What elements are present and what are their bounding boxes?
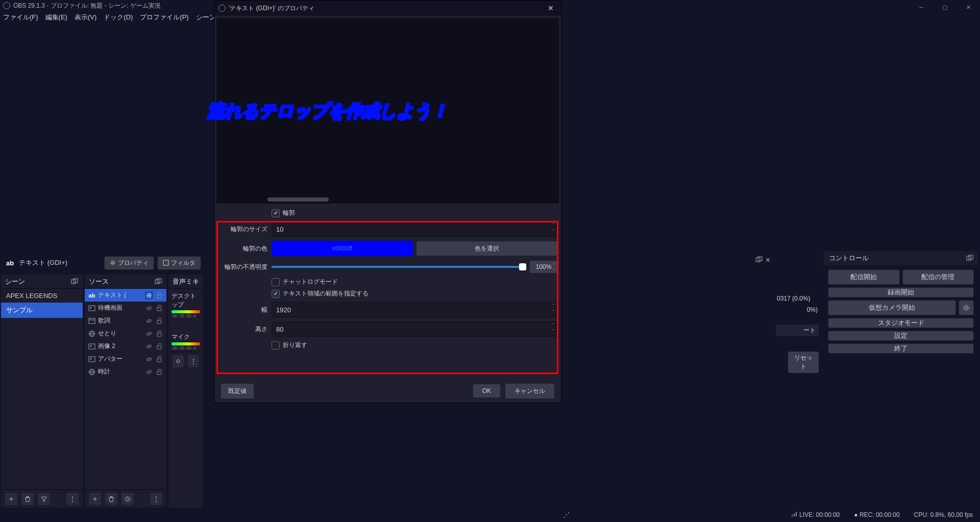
menu-dock[interactable]: ドック(D) [104,13,133,22]
popout-icon[interactable] [966,254,974,262]
width-label: 幅 [217,306,267,314]
scene-filter-button[interactable] [38,493,50,505]
delete-scene-button[interactable] [21,493,34,505]
pick-color-button[interactable]: 色を選択 [416,241,558,256]
source-row[interactable]: アバター [85,353,166,365]
source-row[interactable]: abテキスト ( [85,289,166,302]
gear-icon [175,358,182,365]
reset-button[interactable]: リセット [788,352,819,373]
popout-icon[interactable] [70,278,79,286]
spin-down-icon[interactable]: ⌄ [552,327,555,331]
studio-mode-button[interactable]: スタジオモード [828,318,974,328]
extents-checkbox[interactable]: ✓ [272,290,280,298]
lock-toggle[interactable] [155,304,163,312]
statusbar: ⋰ LIVE: 00:00:00 ● REC: 00:00:00 CPU: 0.… [0,508,980,522]
sources-title: ソース [89,277,109,286]
svg-point-43 [965,306,968,309]
source-row[interactable]: 画像 2 [85,340,166,353]
delete-source-button[interactable] [105,493,117,505]
menu-view[interactable]: 表示(V) [75,13,96,22]
add-source-button[interactable]: ＋ [89,493,101,505]
wrap-checkbox[interactable] [272,341,280,350]
resize-grip-icon[interactable]: ⋰ [564,511,570,518]
source-row[interactable]: 歌詞 [85,314,166,327]
mixer-settings-button[interactable] [173,355,184,367]
lock-toggle[interactable] [155,291,163,300]
visibility-toggle[interactable] [145,304,153,312]
lock-toggle[interactable] [155,355,163,363]
chatlog-checkbox[interactable] [272,278,280,286]
start-virtualcam-button[interactable]: 仮想カメラ開始 [828,300,956,315]
add-scene-button[interactable]: ＋ [5,493,17,505]
visibility-toggle[interactable] [145,355,153,363]
outline-size-input[interactable]: 10 ⌃⌄ [272,221,558,237]
spin-down-icon[interactable]: ⌄ [552,227,555,231]
close-dock-icon[interactable]: ✕ [765,256,771,264]
slider-thumb[interactable] [519,263,526,270]
svg-rect-35 [157,371,161,375]
start-streaming-button[interactable]: 配信開始 [828,269,900,285]
lock-toggle[interactable] [155,342,163,351]
manage-stream-button[interactable]: 配信の管理 [902,269,974,285]
source-properties-button[interactable] [121,493,134,505]
menu-profile[interactable]: プロファイル(P) [140,13,188,22]
obs-logo-icon [3,2,10,9]
outline-opacity-value[interactable]: 100% ⌃⌄ [529,260,558,274]
properties-button[interactable]: プロパティ [104,256,154,270]
scenes-title: シーン [5,277,25,286]
cancel-button[interactable]: キャンセル [505,383,555,399]
scene-item[interactable]: サンプル [1,303,83,318]
visibility-toggle[interactable] [145,342,153,351]
transitions-fragment: 0317 (0.0%) 0%) ート リセット [776,293,819,373]
gear-icon [963,304,970,311]
minimize-button[interactable]: ─ [910,0,933,14]
dialog-titlebar[interactable]: 'テキスト (GDI+)' のプロパティ ✕ [214,1,561,16]
controls-title: コントロール [829,254,869,263]
filters-button[interactable]: フィルタ [157,256,201,270]
lock-toggle[interactable] [155,368,163,376]
visibility-toggle[interactable] [145,317,153,325]
start-recording-button[interactable]: 録画開始 [828,287,974,297]
lock-toggle[interactable] [155,330,163,338]
source-row[interactable]: 時計 [85,365,166,378]
exit-button[interactable]: 終了 [828,343,974,354]
height-input[interactable]: 80 ⌃⌄ [272,321,558,337]
defaults-button[interactable]: 既定値 [220,383,254,399]
mixer-item-name: デスクトップ [172,292,200,309]
svg-line-29 [147,357,151,361]
dialog-title: 'テキスト (GDI+)' のプロパティ [229,4,314,13]
dialog-close-button[interactable]: ✕ [541,1,561,16]
outline-opacity-slider[interactable] [272,266,526,268]
outline-checkbox[interactable]: ✓ [272,209,280,217]
visibility-toggle[interactable] [145,368,153,376]
source-toolbar: ab テキスト (GDI+) プロパティ フィルタ [3,254,201,271]
spin-down-icon[interactable]: ⌄ [552,308,555,312]
svg-rect-17 [157,320,161,324]
visibility-toggle[interactable] [145,291,153,300]
maximize-button[interactable]: ▢ [933,0,957,14]
source-type-icon [88,317,96,325]
svg-rect-22 [157,333,161,336]
outline-color-swatch[interactable]: #0000ff [272,241,413,256]
visibility-toggle[interactable] [145,330,153,338]
preview-scrollbar[interactable] [267,197,554,202]
width-input[interactable]: 1920 ⌃⌄ [272,302,558,317]
scene-more-button[interactable]: ⋮ [66,493,79,505]
lock-toggle[interactable] [155,317,163,325]
window-title: OBS 29.1.3 - プロファイル: 無題 - シーン: ゲーム実況 [13,2,161,10]
menu-edit[interactable]: 編集(E) [45,13,67,22]
spin-down-icon[interactable]: ⌄ [552,267,556,271]
source-row[interactable]: せとり [85,327,166,340]
mixer-more-button[interactable]: ⋮ [188,355,199,367]
source-row[interactable]: 待機画面 [85,302,166,314]
popout-icon[interactable] [755,256,763,264]
popout-icon[interactable] [154,278,162,286]
selected-source-name: テキスト (GDI+) [19,258,101,267]
virtualcam-settings-button[interactable] [959,300,974,315]
scene-item[interactable]: APEX LEGENDS [1,289,83,303]
ok-button[interactable]: OK [473,384,501,398]
source-more-button[interactable]: ⋮ [150,493,162,505]
menu-file[interactable]: ファイル(F) [3,13,38,22]
close-button[interactable]: ✕ [957,0,980,14]
settings-button[interactable]: 設定 [828,331,974,341]
